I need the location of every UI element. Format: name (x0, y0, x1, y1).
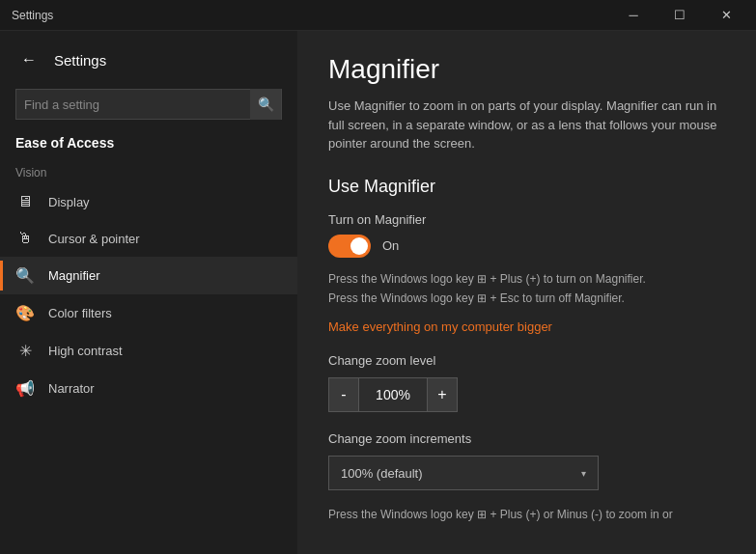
cursor-icon: 🖱 (15, 230, 35, 247)
content-area: Magnifier Use Magnifier to zoom in on pa… (297, 31, 756, 554)
zoom-level-label: Change zoom level (328, 353, 725, 368)
search-box[interactable]: 🔍 (15, 89, 282, 120)
ease-of-access-label: Ease of Access (0, 127, 297, 154)
toggle-label: Turn on Magnifier (328, 212, 725, 227)
close-button[interactable]: ✕ (704, 0, 748, 31)
chevron-down-icon: ▾ (581, 468, 586, 479)
toggle-row: On (328, 235, 725, 258)
zoom-minus-button[interactable]: - (328, 377, 359, 412)
bottom-hint: Press the Windows logo key ⊞ + Plus (+) … (328, 506, 725, 523)
key-line1-text: Press the Windows logo key ⊞ + Plus (+) … (328, 272, 646, 286)
search-input[interactable] (16, 97, 250, 112)
title-bar-controls: ─ ☐ ✕ (611, 0, 748, 31)
sidebar-item-magnifier[interactable]: 🔍 Magnifier (0, 257, 297, 294)
sidebar-item-cursor-label: Cursor & pointer (48, 232, 140, 246)
sidebar-item-highcontrast[interactable]: ✳ High contrast (0, 332, 297, 370)
magnifier-icon: 🔍 (15, 266, 35, 285)
sidebar-item-magnifier-label: Magnifier (48, 268, 99, 283)
colorfilters-icon: 🎨 (15, 304, 35, 322)
bigger-link[interactable]: Make everything on my computer bigger (328, 319, 725, 334)
magnifier-toggle[interactable] (328, 235, 371, 258)
back-button[interactable]: ← (15, 46, 42, 73)
sidebar: ← Settings 🔍 Ease of Access Vision 🖥 Dis… (0, 31, 297, 554)
sidebar-item-display-label: Display (48, 195, 90, 209)
vision-section-label: Vision (0, 154, 297, 183)
zoom-plus-button[interactable]: + (427, 377, 458, 412)
sidebar-item-colorfilters-label: Color filters (48, 306, 112, 320)
sidebar-item-highcontrast-label: High contrast (48, 344, 123, 358)
dropdown-value: 100% (default) (341, 466, 423, 481)
sidebar-item-cursor[interactable]: 🖱 Cursor & pointer (0, 220, 297, 257)
display-icon: 🖥 (15, 193, 35, 210)
sidebar-item-colorfilters[interactable]: 🎨 Color filters (0, 294, 297, 332)
increment-dropdown[interactable]: 100% (default) ▾ (328, 456, 599, 490)
zoom-controls: - 100% + (328, 377, 725, 412)
app-body: ← Settings 🔍 Ease of Access Vision 🖥 Dis… (0, 31, 756, 554)
sidebar-item-narrator[interactable]: 📢 Narrator (0, 370, 297, 407)
highcontrast-icon: ✳ (15, 342, 35, 360)
key-instructions: Press the Windows logo key ⊞ + Plus (+) … (328, 269, 725, 309)
search-icon-button[interactable]: 🔍 (250, 89, 281, 120)
maximize-button[interactable]: ☐ (658, 0, 702, 31)
title-bar-left: Settings (12, 9, 53, 22)
zoom-value-display: 100% (359, 377, 427, 412)
sidebar-header: ← Settings (0, 31, 297, 81)
increment-label: Change zoom increments (328, 431, 725, 446)
search-icon: 🔍 (258, 97, 274, 112)
minimize-button[interactable]: ─ (611, 0, 656, 31)
narrator-icon: 📢 (15, 379, 35, 398)
sidebar-app-title: Settings (54, 52, 106, 69)
page-title: Magnifier (328, 54, 725, 85)
page-description: Use Magnifier to zoom in on parts of you… (328, 97, 725, 153)
sidebar-item-narrator-label: Narrator (48, 381, 95, 396)
title-bar: Settings ─ ☐ ✕ (0, 0, 756, 31)
toggle-state-text: On (382, 238, 399, 253)
title-bar-title: Settings (12, 9, 53, 22)
bottom-hint-text: Press the Windows logo key ⊞ + Plus (+) … (328, 508, 673, 521)
toggle-knob (350, 237, 368, 255)
key-line2-text: Press the Windows logo key ⊞ + Esc to tu… (328, 291, 625, 305)
use-magnifier-heading: Use Magnifier (328, 177, 725, 197)
sidebar-item-display[interactable]: 🖥 Display (0, 183, 297, 220)
